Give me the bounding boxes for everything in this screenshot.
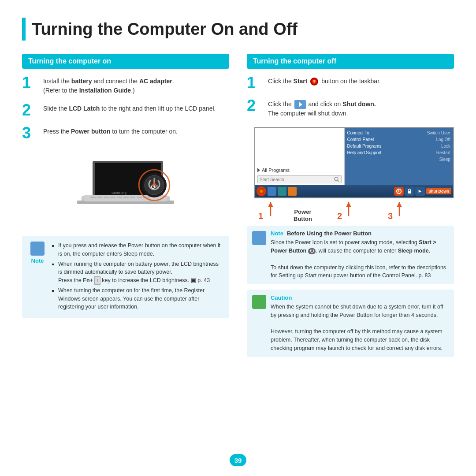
note-label-right: Note bbox=[271, 230, 283, 237]
step-off-2-number: 2 bbox=[247, 98, 264, 114]
note-content-right: Since the Power Icon is set to power sav… bbox=[271, 238, 449, 280]
svg-marker-33 bbox=[346, 202, 351, 207]
step-off-1-number: 1 bbox=[247, 75, 264, 91]
svg-marker-31 bbox=[268, 202, 273, 207]
caution-content: When the system cannot be shut down due … bbox=[271, 303, 449, 353]
note-box-right: Note Before Using the Power Button Since… bbox=[247, 226, 454, 284]
win-lock-btn bbox=[405, 187, 414, 196]
step-on-2-text: Slide the LCD Latch to the right and the… bbox=[43, 104, 216, 113]
start-menu-right: Connect To Control Panel Default Program… bbox=[345, 128, 453, 185]
svg-point-23 bbox=[335, 177, 338, 181]
win-arrow-icon bbox=[257, 168, 260, 172]
step-off-2-text: Click the and click on Shut down. The co… bbox=[268, 100, 376, 118]
svg-rect-11 bbox=[130, 197, 135, 198]
step-on-3: 3 Press the Power button to turn the com… bbox=[22, 127, 229, 141]
arrow-btn-icon bbox=[294, 100, 306, 109]
step-on-3-number: 3 bbox=[22, 125, 39, 141]
start-search-text: Start Search bbox=[260, 177, 334, 182]
default-programs-item: Default Programs bbox=[347, 143, 382, 149]
laptop-svg: Samsung ⏻/I bbox=[68, 152, 183, 227]
title-accent bbox=[22, 18, 26, 41]
taskbar-icon-1 bbox=[268, 187, 276, 196]
start-menu-left: All Programs Start Search bbox=[255, 128, 345, 185]
caution-label: Caution bbox=[271, 294, 292, 301]
ann-number-1: 1 bbox=[258, 211, 263, 221]
taskbar-icon-2 bbox=[278, 187, 286, 196]
note-title-right: Before Using the Power Button bbox=[287, 230, 372, 237]
page-title-bar: Turning the Computer On and Off bbox=[22, 18, 454, 41]
taskbar-icons bbox=[268, 187, 297, 196]
note-blue-icon bbox=[30, 242, 45, 256]
step-on-1: 1 Install the battery and connect the AC… bbox=[22, 77, 229, 95]
laptop-illustration: Samsung ⏻/I bbox=[22, 150, 229, 229]
page-number: 39 bbox=[230, 454, 246, 466]
step-off-1-text: Click the Start button on the taskbar. bbox=[268, 77, 381, 86]
left-column: Turning the computer on 1 Install the ba… bbox=[22, 54, 229, 357]
lock-item: Lock bbox=[427, 143, 450, 149]
right-panel-items: Connect To Control Panel Default Program… bbox=[347, 130, 382, 163]
svg-rect-12 bbox=[137, 197, 142, 198]
log-off-item: Log Off bbox=[427, 136, 450, 143]
start-search-bar: Start Search bbox=[257, 175, 342, 183]
svg-rect-10 bbox=[123, 197, 129, 198]
caution-green-icon bbox=[252, 295, 266, 309]
svg-point-25 bbox=[258, 188, 264, 194]
svg-rect-7 bbox=[104, 197, 109, 198]
caution-header-row: Caution When the system cannot be shut d… bbox=[252, 294, 449, 353]
step-off-2: 2 Click the and click on Shut down. The … bbox=[247, 100, 454, 118]
ann-number-2: 2 bbox=[337, 211, 342, 221]
search-icon bbox=[334, 177, 339, 182]
svg-marker-29 bbox=[419, 190, 422, 193]
switch-user-item: Switch User bbox=[427, 130, 450, 136]
turning-on-header: Turning the computer on bbox=[22, 54, 229, 69]
step-on-2-number: 2 bbox=[22, 102, 39, 118]
control-panel-item: Control Panel bbox=[347, 136, 382, 143]
connect-to-item: Connect To bbox=[347, 130, 382, 136]
svg-rect-9 bbox=[117, 197, 122, 198]
svg-marker-35 bbox=[397, 202, 402, 207]
step-on-2: 2 Slide the LCD Latch to the right and t… bbox=[22, 104, 229, 118]
win-taskbar: Shut Down bbox=[255, 185, 453, 197]
annotation-arrow-2 bbox=[340, 202, 357, 222]
svg-marker-22 bbox=[299, 102, 302, 107]
note-box-left: Note If you press and release the Power … bbox=[22, 236, 229, 318]
svg-text:Samsung: Samsung bbox=[112, 191, 126, 195]
caution-text-1: When the system cannot be shut down due … bbox=[271, 304, 443, 318]
help-support-item: Help and Support bbox=[347, 149, 382, 156]
svg-rect-8 bbox=[110, 197, 115, 198]
note-blue-icon-right bbox=[252, 231, 266, 245]
win-start-orb bbox=[257, 186, 266, 196]
step-on-1-text: Install the battery and connect the AC a… bbox=[43, 77, 174, 95]
note-header-row: Note Before Using the Power Button Since… bbox=[252, 230, 449, 280]
annotation-arrow-1 bbox=[262, 202, 279, 222]
step-on-1-number: 1 bbox=[22, 75, 39, 91]
start-orb-icon bbox=[310, 77, 319, 86]
right-column: Turning the computer off 1 Click the Sta… bbox=[247, 54, 454, 357]
svg-line-24 bbox=[338, 180, 339, 182]
caution-box-right: Caution When the system cannot be shut d… bbox=[247, 290, 454, 357]
note-icon-left: Note bbox=[28, 242, 47, 313]
power-button-label: PowerButton bbox=[294, 208, 312, 222]
step-on-3-text: Press the Power button to turn the compu… bbox=[43, 127, 178, 136]
step-off-1: 1 Click the Start button on the taskbar. bbox=[247, 77, 454, 91]
all-programs-row: All Programs bbox=[257, 167, 342, 173]
windows-screenshot: All Programs Start Search Connect To Co bbox=[254, 127, 454, 198]
annotation-row: 1 2 3 PowerButton bbox=[254, 202, 454, 222]
svg-rect-28 bbox=[408, 191, 411, 193]
caution-text-2: However, turning the computer off by thi… bbox=[271, 328, 443, 351]
caution-text-content: Caution When the system cannot be shut d… bbox=[271, 294, 449, 353]
restart-item: Restart bbox=[427, 149, 450, 156]
start-menu: All Programs Start Search Connect To Co bbox=[255, 128, 453, 185]
all-programs-label: All Programs bbox=[262, 167, 290, 173]
note-text-content: Note Before Using the Power Button Since… bbox=[271, 230, 449, 280]
win-arrow-right-btn bbox=[415, 187, 425, 196]
ann-number-3: 3 bbox=[388, 211, 393, 221]
win-power-btn bbox=[394, 187, 404, 196]
power-pill-icon: ⏻ bbox=[308, 248, 316, 254]
note-text-2: To shut down the computer by clicking th… bbox=[271, 264, 446, 279]
note-content-left: If you press and release the Power butto… bbox=[52, 242, 223, 313]
win-shutdown-btn: Shut Down bbox=[426, 188, 451, 194]
right-panel-sub: Switch User Log Off Lock Restart Sleep bbox=[427, 130, 450, 163]
annotation-arrow-3 bbox=[390, 202, 408, 222]
taskbar-icon-3 bbox=[288, 187, 297, 196]
